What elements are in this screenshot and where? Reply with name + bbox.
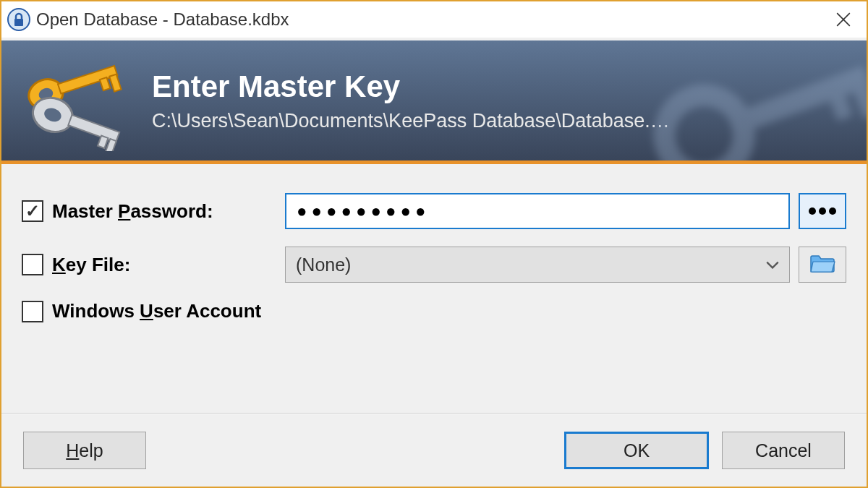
- footer: Help OK Cancel: [1, 414, 867, 487]
- banner-title: Enter Master Key: [152, 69, 670, 104]
- key-file-select[interactable]: (None): [285, 247, 790, 283]
- ok-button[interactable]: OK: [564, 432, 709, 469]
- windows-account-label: Windows User Account: [52, 300, 261, 322]
- master-password-input[interactable]: [285, 193, 790, 229]
- dialog-window: Open Database - Database.kdbx: [0, 0, 868, 488]
- banner-path: C:\Users\Sean\Documents\KeePass Database…: [152, 110, 670, 132]
- svg-rect-10: [109, 74, 121, 92]
- key-file-label: Key File:: [52, 254, 276, 276]
- folder-icon: [809, 253, 835, 276]
- form-area: Master Password: Key File: (None): [1, 164, 867, 413]
- close-button[interactable]: [826, 2, 861, 37]
- master-password-row: Master Password:: [22, 193, 846, 229]
- svg-rect-5: [853, 83, 867, 119]
- windows-account-checkbox[interactable]: [22, 301, 43, 322]
- master-password-checkbox[interactable]: [22, 200, 43, 222]
- svg-rect-14: [98, 136, 109, 149]
- key-file-checkbox[interactable]: [22, 254, 43, 275]
- cancel-button[interactable]: Cancel: [722, 432, 845, 469]
- key-file-row: Key File: (None): [22, 247, 846, 283]
- key-file-selected-value: (None): [296, 254, 351, 275]
- banner-text: Enter Master Key C:\Users\Sean\Documents…: [152, 69, 670, 132]
- help-button[interactable]: Help: [23, 432, 146, 469]
- lock-icon: [7, 8, 30, 31]
- titlebar: Open Database - Database.kdbx: [1, 1, 867, 38]
- titlebar-text: Open Database - Database.kdbx: [36, 9, 826, 30]
- svg-rect-4: [829, 92, 853, 121]
- dots-icon: [809, 207, 836, 215]
- svg-rect-9: [100, 77, 110, 90]
- banner-key-bg-icon: [635, 48, 867, 164]
- key-icon: [20, 50, 132, 151]
- toggle-password-visibility-button[interactable]: [799, 193, 846, 229]
- svg-rect-1: [14, 19, 23, 26]
- svg-rect-13: [68, 115, 119, 142]
- chevron-down-icon: [766, 257, 779, 273]
- master-password-label: Master Password:: [52, 200, 276, 223]
- banner: Enter Master Key C:\Users\Sean\Documents…: [1, 38, 867, 164]
- windows-account-row: Windows User Account: [22, 300, 846, 322]
- browse-key-file-button[interactable]: [799, 247, 846, 283]
